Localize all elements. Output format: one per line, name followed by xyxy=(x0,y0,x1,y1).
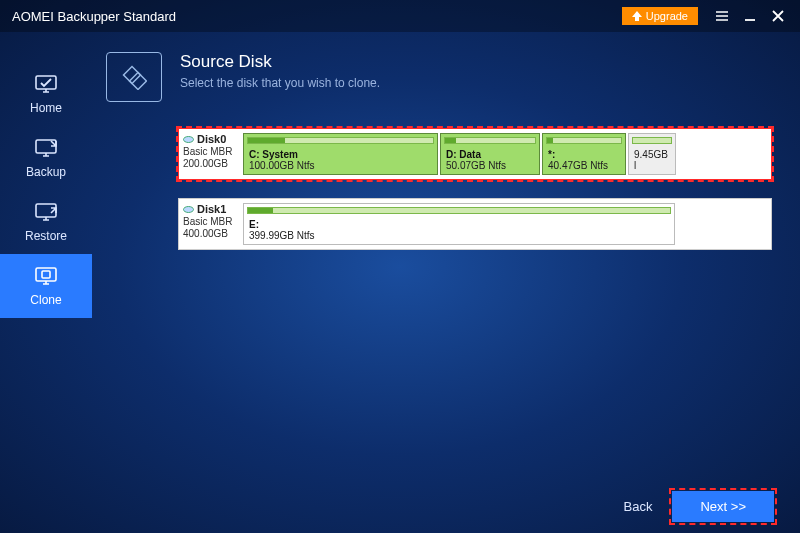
sidebar-item-label: Restore xyxy=(25,229,67,243)
disk-meta: Disk1Basic MBR400.00GB xyxy=(179,199,241,249)
partition[interactable]: E:399.99GB Ntfs xyxy=(243,203,675,245)
upgrade-icon xyxy=(632,11,642,21)
disk-name: Disk1 xyxy=(183,203,237,215)
partition-row: E:399.99GB Ntfs xyxy=(241,199,771,249)
partition-name: *: xyxy=(548,149,620,160)
disk-meta: Disk0Basic MBR200.00GB xyxy=(179,129,241,179)
disk-size: 200.00GB xyxy=(183,158,237,169)
home-icon xyxy=(33,73,59,95)
svg-rect-4 xyxy=(42,271,50,278)
sidebar-item-backup[interactable]: Backup xyxy=(0,126,92,190)
back-button[interactable]: Back xyxy=(624,499,653,514)
partition[interactable]: 9.45GB l xyxy=(628,133,676,175)
minimize-button[interactable] xyxy=(736,2,764,30)
usage-bar xyxy=(444,137,536,144)
disk-icon xyxy=(183,134,194,145)
svg-rect-5 xyxy=(124,67,141,84)
restore-icon xyxy=(33,201,59,223)
svg-rect-0 xyxy=(36,76,56,89)
svg-rect-3 xyxy=(36,268,56,281)
disk-name: Disk0 xyxy=(183,133,237,145)
app-window: AOMEI Backupper Standard Upgrade Home Ba… xyxy=(0,0,800,533)
partition-name: E: xyxy=(249,219,669,230)
upgrade-button[interactable]: Upgrade xyxy=(622,7,698,25)
partition-size: 100.00GB Ntfs xyxy=(249,160,432,171)
sidebar-item-label: Backup xyxy=(26,165,66,179)
sidebar-item-clone[interactable]: Clone xyxy=(0,254,92,318)
sidebar-item-home[interactable]: Home xyxy=(0,62,92,126)
page-title: Source Disk xyxy=(180,52,380,72)
usage-bar xyxy=(247,207,671,214)
disk-type: Basic MBR xyxy=(183,216,237,227)
clone-icon xyxy=(33,265,59,287)
menu-icon xyxy=(715,9,729,23)
usage-bar xyxy=(546,137,622,144)
disk-size: 400.00GB xyxy=(183,228,237,239)
partition-size: 399.99GB Ntfs xyxy=(249,230,669,241)
disk-card[interactable]: Disk0Basic MBR200.00GBC: System100.00GB … xyxy=(178,128,772,180)
partition-size: 40.47GB Ntfs xyxy=(548,160,620,171)
partition-size: 50.07GB Ntfs xyxy=(446,160,534,171)
page-header: Source Disk Select the disk that you wis… xyxy=(106,52,772,102)
minimize-icon xyxy=(743,9,757,23)
sidebar: Home Backup Restore Clone xyxy=(0,32,92,479)
svg-rect-6 xyxy=(130,73,147,90)
partition[interactable]: C: System100.00GB Ntfs xyxy=(243,133,438,175)
partition-size: 9.45GB l xyxy=(634,149,670,171)
menu-button[interactable] xyxy=(708,2,736,30)
disk-list: Disk0Basic MBR200.00GBC: System100.00GB … xyxy=(178,128,772,250)
partition-name: D: Data xyxy=(446,149,534,160)
svg-point-8 xyxy=(184,206,194,212)
disk-type: Basic MBR xyxy=(183,146,237,157)
backup-icon xyxy=(33,137,59,159)
page-subtitle: Select the disk that you wish to clone. xyxy=(180,76,380,90)
main-content: Source Disk Select the disk that you wis… xyxy=(92,32,800,479)
usage-bar xyxy=(632,137,672,144)
partition[interactable]: D: Data50.07GB Ntfs xyxy=(440,133,540,175)
source-disk-icon xyxy=(106,52,162,102)
titlebar: AOMEI Backupper Standard Upgrade xyxy=(0,0,800,32)
next-button[interactable]: Next >> xyxy=(672,491,774,522)
svg-point-7 xyxy=(184,136,194,142)
partition-name: C: System xyxy=(249,149,432,160)
partition[interactable]: *:40.47GB Ntfs xyxy=(542,133,626,175)
sidebar-item-label: Home xyxy=(30,101,62,115)
close-icon xyxy=(771,9,785,23)
footer: Back Next >> xyxy=(0,479,800,533)
usage-bar xyxy=(247,137,434,144)
disk-icon xyxy=(183,204,194,215)
upgrade-label: Upgrade xyxy=(646,10,688,22)
app-title: AOMEI Backupper Standard xyxy=(12,9,622,24)
partition-row: C: System100.00GB NtfsD: Data50.07GB Ntf… xyxy=(241,129,771,179)
sidebar-item-restore[interactable]: Restore xyxy=(0,190,92,254)
close-button[interactable] xyxy=(764,2,792,30)
sidebar-item-label: Clone xyxy=(30,293,61,307)
disk-card[interactable]: Disk1Basic MBR400.00GBE:399.99GB Ntfs xyxy=(178,198,772,250)
